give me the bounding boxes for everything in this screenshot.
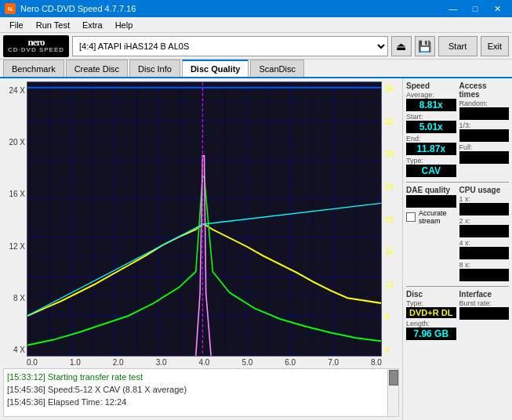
dae-cpu-section: DAE quality Accurate stream CPU usage 1 … — [406, 186, 509, 283]
interface-section: Interface Burst rate: — [459, 290, 510, 342]
cpu-x8-value — [459, 269, 510, 281]
disc-type-value: DVD+R DL — [406, 307, 456, 318]
title-bar: N Nero CD-DVD Speed 4.7.7.16 — □ ✕ — [0, 0, 512, 17]
speed-type-value: CAV — [406, 165, 456, 177]
log-line-1: [15:33:12] Starting transfer rate test — [7, 371, 386, 383]
tab-create-disc[interactable]: Create Disc — [66, 60, 128, 77]
disc-type-label: Type: — [406, 299, 456, 307]
x-axis: 0.0 1.0 2.0 3.0 4.0 5.0 6.0 7.0 8.0 — [27, 357, 382, 367]
cpu-x2-value — [459, 225, 510, 237]
menu-extra[interactable]: Extra — [76, 19, 109, 31]
disc-length-value: 7.96 GB — [406, 328, 456, 340]
access-title: Access times — [459, 81, 510, 99]
cpu-x1-label: 1 x: — [459, 195, 510, 203]
close-button[interactable]: ✕ — [487, 2, 507, 16]
accurate-stream-label: Accurate stream — [419, 209, 447, 225]
access-full-label: Full: — [459, 143, 510, 151]
speed-start-label: Start: — [406, 113, 456, 121]
burst-rate-value — [459, 307, 510, 320]
menu-help[interactable]: Help — [109, 19, 140, 31]
access-random-label: Random: — [459, 100, 510, 107]
log-content: [15:33:12] Starting transfer rate test [… — [4, 369, 398, 410]
speed-average-value: 8.81x — [406, 99, 456, 111]
tab-benchmark[interactable]: Benchmark — [3, 60, 64, 77]
main-content: 24 X 20 X 16 X 12 X 8 X 4 X — [0, 78, 512, 420]
drive-select[interactable]: [4:4] ATAPI iHAS124 B AL0S — [72, 36, 388, 56]
disc-interface-section: Disc Type: DVD+R DL Length: 7.96 GB Inte… — [406, 290, 509, 342]
accurate-stream-row: Accurate stream — [406, 209, 456, 225]
disc-section: Disc Type: DVD+R DL Length: 7.96 GB — [406, 290, 456, 342]
exit-button[interactable]: Exit — [481, 36, 509, 56]
disc-length-label: Length: — [406, 320, 456, 328]
tab-disc-info[interactable]: Disc Info — [129, 60, 180, 77]
dae-section: DAE quality Accurate stream — [406, 186, 456, 283]
cpu-x4-label: 4 x: — [459, 239, 510, 247]
divider-1 — [406, 182, 509, 183]
access-full-value — [459, 151, 510, 164]
log-scrollbar[interactable] — [387, 369, 398, 416]
log-line-2: [15:45:36] Speed:5-12 X CAV (8.81 X aver… — [7, 383, 386, 396]
speed-end-value: 11.87x — [406, 143, 456, 155]
chart-canvas — [27, 81, 382, 357]
y-axis-right: 36 32 28 24 20 16 12 8 4 — [383, 81, 399, 367]
window-controls: — □ ✕ — [443, 2, 507, 16]
speed-end-label: End: — [406, 135, 456, 143]
tab-scan-disc[interactable]: ScanDisc — [250, 60, 303, 77]
right-panel: Speed Average: 8.81x Start: 5.01x End: 1… — [402, 78, 512, 420]
svg-rect-0 — [27, 82, 381, 356]
accurate-stream-checkbox[interactable] — [406, 212, 416, 222]
menu-bar: File Run Test Extra Help — [0, 17, 512, 33]
tab-disc-quality[interactable]: Disc Quality — [182, 60, 249, 77]
access-random-value — [459, 107, 510, 120]
menu-run-test[interactable]: Run Test — [30, 19, 76, 31]
window-title: Nero CD-DVD Speed 4.7.7.16 — [20, 4, 136, 13]
cpu-title: CPU usage — [459, 186, 510, 194]
speed-title: Speed — [406, 81, 456, 90]
access-third-label: 1/3: — [459, 121, 510, 129]
minimize-button[interactable]: — — [443, 2, 463, 16]
cpu-x1-value — [459, 203, 510, 215]
dae-value — [406, 195, 456, 208]
speed-section: Speed Average: 8.81x Start: 5.01x End: 1… — [406, 81, 509, 179]
interface-title: Interface — [459, 290, 510, 299]
maximize-button[interactable]: □ — [465, 2, 485, 16]
burst-rate-label: Burst rate: — [459, 299, 510, 307]
speed-type-label: Type: — [406, 157, 456, 165]
cpu-x8-label: 8 x: — [459, 261, 510, 269]
log-line-3: [15:45:36] Elapsed Time: 12:24 — [7, 396, 386, 408]
speed-start-value: 5.01x — [406, 121, 456, 133]
log-area: [15:33:12] Starting transfer rate test [… — [3, 368, 399, 417]
cpu-x4-value — [459, 247, 510, 259]
toolbar: nero CD·DVD SPEED [4:4] ATAPI iHAS124 B … — [0, 33, 512, 60]
eject-button[interactable]: ⏏ — [391, 36, 412, 56]
speed-average-label: Average: — [406, 91, 456, 99]
app-icon: N — [5, 3, 16, 14]
dae-title: DAE quality — [406, 186, 456, 194]
cpu-section: CPU usage 1 x: 2 x: 4 x: 8 x: — [459, 186, 510, 283]
nero-logo: nero CD·DVD SPEED — [3, 35, 69, 57]
divider-2 — [406, 286, 509, 287]
chart-area: 24 X 20 X 16 X 12 X 8 X 4 X — [0, 78, 402, 420]
y-axis-left: 24 X 20 X 16 X 12 X 8 X 4 X — [3, 81, 25, 367]
tabs-bar: Benchmark Create Disc Disc Info Disc Qua… — [0, 60, 512, 78]
access-third-value — [459, 129, 510, 142]
save-button[interactable]: 💾 — [415, 36, 435, 56]
menu-file[interactable]: File — [3, 19, 30, 31]
disc-title: Disc — [406, 290, 456, 299]
cpu-x2-label: 2 x: — [459, 217, 510, 225]
start-button[interactable]: Start — [438, 36, 478, 56]
